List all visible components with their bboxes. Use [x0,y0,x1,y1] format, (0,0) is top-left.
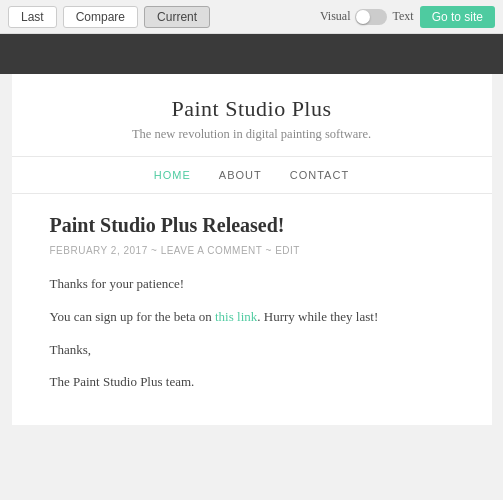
site-tagline: The new revolution in digital painting s… [32,127,472,142]
site-wrapper: Paint Studio Plus The new revolution in … [12,74,492,425]
post-paragraph-2-after: . Hurry while they last! [257,309,378,324]
site-title: Paint Studio Plus [32,96,472,122]
go-to-site-button[interactable]: Go to site [420,6,495,28]
this-link[interactable]: this link [215,309,257,324]
post-paragraph-2-before: You can sign up for the beta on [50,309,216,324]
post-title: Paint Studio Plus Released! [50,214,454,237]
nav-item-contact[interactable]: CONTACT [290,169,349,181]
visual-text-toggle: Visual Text [320,9,414,25]
post-meta: February 2, 2017 ~ Leave a Comment ~ Edi… [50,245,454,256]
post-paragraph-2: You can sign up for the beta on this lin… [50,307,454,328]
site-nav: HOME ABOUT CONTACT [12,157,492,194]
nav-item-about[interactable]: ABOUT [219,169,262,181]
current-button[interactable]: Current [144,6,210,28]
visual-label: Visual [320,9,351,24]
nav-item-home[interactable]: HOME [154,169,191,181]
text-label: Text [392,9,413,24]
content-area: Paint Studio Plus Released! February 2, … [12,194,492,425]
post-body: Thanks for your patience! You can sign u… [50,274,454,393]
toggle-knob [356,10,370,24]
dark-bar [0,34,503,74]
post-paragraph-4: The Paint Studio Plus team. [50,372,454,393]
last-button[interactable]: Last [8,6,57,28]
compare-button[interactable]: Compare [63,6,138,28]
post-paragraph-1: Thanks for your patience! [50,274,454,295]
post-paragraph-3: Thanks, [50,340,454,361]
toggle-switch[interactable] [355,9,387,25]
toolbar: Last Compare Current Visual Text Go to s… [0,0,503,34]
site-header: Paint Studio Plus The new revolution in … [12,74,492,157]
